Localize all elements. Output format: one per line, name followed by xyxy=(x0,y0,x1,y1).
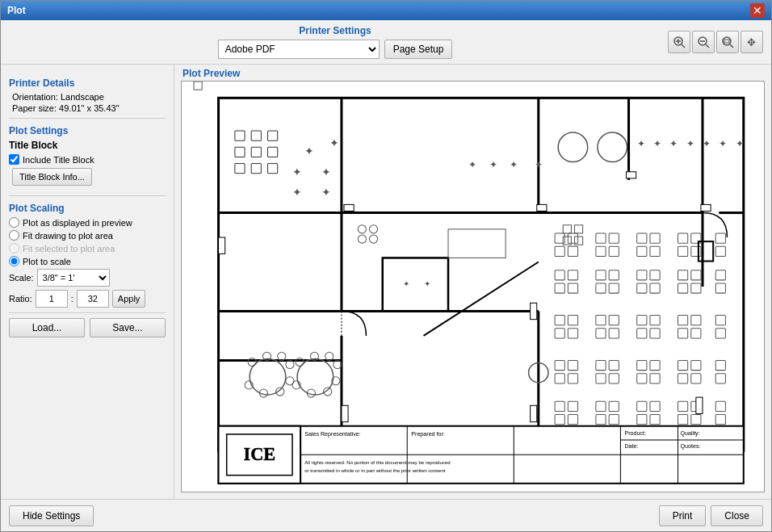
svg-rect-189 xyxy=(219,237,225,253)
svg-text:✦: ✦ xyxy=(292,165,302,178)
zoom-out-icon xyxy=(697,36,710,48)
fit-selected-label: Fit selected to plot area xyxy=(23,244,115,253)
svg-text:Sales Representative:: Sales Representative: xyxy=(304,431,361,438)
plot-window: Plot ✕ Printer Settings Adobe PDF Micros… xyxy=(0,0,772,532)
print-button[interactable]: Print xyxy=(659,505,707,526)
svg-rect-202 xyxy=(626,172,636,178)
paper-size-label: Paper size: xyxy=(12,103,57,113)
paper-size-info: Paper size: 49.01" x 35.43" xyxy=(9,103,166,113)
svg-text:✦: ✦ xyxy=(403,279,409,288)
ratio-row: Ratio: 1 : 32 Apply xyxy=(9,290,166,308)
svg-rect-9 xyxy=(724,40,729,43)
zoom-fit-button[interactable] xyxy=(716,31,739,53)
radio-fit-selected-row: Fit selected to plot area xyxy=(9,243,166,253)
page-setup-button[interactable]: Page Setup xyxy=(384,40,453,59)
plot-as-displayed-label: Plot as displayed in preview xyxy=(23,218,132,228)
top-bar: Printer Settings Adobe PDF Microsoft Pri… xyxy=(1,20,771,65)
svg-text:✦: ✦ xyxy=(669,138,678,149)
left-panel: Printer Details Orientation: Landscape P… xyxy=(1,65,174,499)
plot-settings-title: Plot Settings xyxy=(9,125,166,136)
zoom-in-button[interactable] xyxy=(668,31,690,53)
svg-text:✦: ✦ xyxy=(321,165,331,178)
ratio-left-input[interactable]: 1 xyxy=(36,290,68,308)
include-title-block-label: Include Title Block xyxy=(23,155,94,165)
title-block-info-row: Title Block Info... xyxy=(9,168,166,191)
svg-text:Quotes:: Quotes: xyxy=(681,443,701,450)
svg-rect-203 xyxy=(701,204,711,211)
svg-text:Product:: Product: xyxy=(624,430,646,437)
zoom-fit-icon xyxy=(721,36,734,48)
toolbar-icons: ✥ xyxy=(668,31,763,53)
bottom-right-buttons: Print Close xyxy=(659,505,763,526)
save-button[interactable]: Save... xyxy=(90,318,166,337)
pan-button[interactable]: ✥ xyxy=(741,31,763,53)
divider-1 xyxy=(9,118,166,119)
ratio-label: Ratio: xyxy=(9,294,32,304)
canvas-area: ICE Sales Representative: Prepared fo xyxy=(181,81,765,492)
svg-text:✦: ✦ xyxy=(292,186,302,199)
svg-text:✦: ✦ xyxy=(304,145,314,157)
fit-drawing-radio[interactable] xyxy=(9,230,19,241)
right-panel: Plot Preview ICE xyxy=(174,65,771,499)
svg-line-1 xyxy=(682,44,685,48)
scale-label: Scale: xyxy=(9,273,34,283)
svg-text:✦: ✦ xyxy=(510,159,518,170)
orientation-info: Orientation: Landscape xyxy=(9,92,166,102)
printer-row: Adobe PDF Microsoft Print to PDF XPS Doc… xyxy=(218,40,453,59)
svg-rect-200 xyxy=(344,204,354,211)
printer-select[interactable]: Adobe PDF Microsoft Print to PDF XPS Doc… xyxy=(218,40,380,59)
fit-drawing-label: Fit drawing to plot area xyxy=(23,231,113,241)
svg-rect-201 xyxy=(537,204,547,211)
svg-rect-193 xyxy=(696,397,703,413)
radio-preview-row: Plot as displayed in preview xyxy=(9,217,166,228)
svg-text:✦: ✦ xyxy=(637,138,645,149)
window-title: Plot xyxy=(7,5,26,16)
svg-text:✦: ✦ xyxy=(719,138,727,149)
svg-text:ICE: ICE xyxy=(243,444,275,464)
printer-details-title: Printer Details xyxy=(9,77,166,89)
svg-rect-192 xyxy=(531,303,537,319)
svg-text:✦: ✦ xyxy=(329,136,339,149)
title-block-info-button[interactable]: Title Block Info... xyxy=(12,168,92,186)
plot-to-scale-label: Plot to scale xyxy=(23,257,71,266)
zoom-out-button[interactable] xyxy=(692,31,715,53)
plot-to-scale-radio[interactable] xyxy=(9,256,19,266)
include-title-block-checkbox[interactable] xyxy=(9,154,19,165)
hide-settings-button[interactable]: Hide Settings xyxy=(9,505,94,526)
load-button[interactable]: Load... xyxy=(9,318,85,337)
close-button[interactable]: Close xyxy=(711,505,763,526)
plot-scaling-title: Plot Scaling xyxy=(9,203,166,214)
floor-plan-svg: ICE Sales Representative: Prepared fo xyxy=(182,82,764,492)
paper-size-value: 49.01" x 35.43" xyxy=(59,103,119,113)
svg-text:or transmitted in whole or in : or transmitted in whole or in part witho… xyxy=(304,467,446,473)
orientation-label: Orientation: xyxy=(12,92,58,102)
orientation-value: Landscape xyxy=(61,92,104,102)
load-save-row: Load... Save... xyxy=(9,318,166,337)
svg-rect-190 xyxy=(342,405,348,421)
bottom-left-buttons: Hide Settings xyxy=(9,505,94,526)
ratio-right-input[interactable]: 32 xyxy=(77,290,109,308)
printer-settings-section: Printer Settings Adobe PDF Microsoft Pri… xyxy=(9,25,661,59)
svg-text:✦: ✦ xyxy=(686,138,694,149)
svg-rect-191 xyxy=(531,405,537,421)
svg-text:✦: ✦ xyxy=(468,159,476,170)
svg-text:✦: ✦ xyxy=(489,159,497,170)
divider-3 xyxy=(9,312,166,313)
title-bar: Plot ✕ xyxy=(1,1,771,20)
pan-icon: ✥ xyxy=(745,36,758,48)
svg-line-5 xyxy=(706,44,709,48)
fit-selected-radio[interactable] xyxy=(9,243,19,253)
svg-text:Quality:: Quality: xyxy=(681,430,700,437)
plot-as-displayed-radio[interactable] xyxy=(9,217,19,228)
svg-line-8 xyxy=(730,44,733,48)
scale-row: Scale: 3/8" = 1' 1/4" = 1' 1/2" = 1' 1" … xyxy=(9,269,166,287)
scale-select[interactable]: 3/8" = 1' 1/4" = 1' 1/2" = 1' 1" = 1' xyxy=(37,269,110,287)
apply-button[interactable]: Apply xyxy=(112,290,146,308)
svg-text:Date:: Date: xyxy=(624,443,638,450)
svg-text:✦: ✦ xyxy=(321,186,331,199)
radio-plot-to-scale-row: Plot to scale xyxy=(9,256,166,266)
zoom-in-icon xyxy=(673,36,686,48)
ratio-colon: : xyxy=(71,294,73,304)
bottom-bar: Hide Settings Print Close xyxy=(1,499,771,531)
close-window-button[interactable]: ✕ xyxy=(750,3,765,18)
